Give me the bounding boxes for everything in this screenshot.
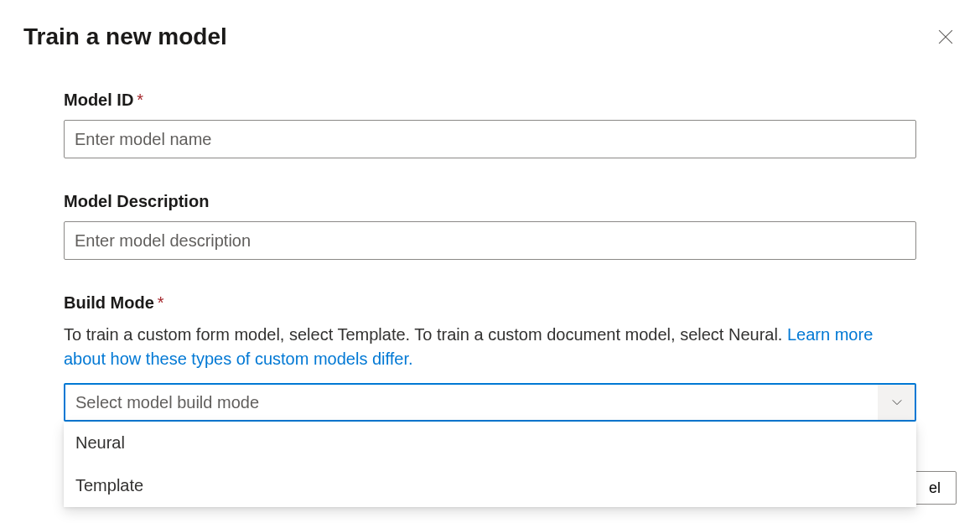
model-description-label-text: Model Description (64, 192, 209, 210)
model-id-label-text: Model ID (64, 91, 133, 109)
close-icon (938, 29, 953, 44)
build-mode-option-neural[interactable]: Neural (64, 422, 916, 464)
footer-button-partial[interactable]: el (913, 471, 957, 505)
build-mode-dropdown[interactable]: Select model build mode (64, 383, 916, 422)
model-id-group: Model ID* (64, 91, 916, 158)
close-button[interactable] (935, 26, 957, 48)
required-asterisk: * (158, 293, 164, 312)
build-mode-label: Build Mode* (64, 293, 916, 313)
build-mode-option-template[interactable]: Template (64, 464, 916, 507)
modal-title: Train a new model (23, 23, 227, 50)
modal-header: Train a new model (0, 0, 980, 50)
dropdown-caret-button[interactable] (878, 385, 915, 420)
model-description-group: Model Description (64, 192, 916, 260)
build-mode-helper: To train a custom form model, select Tem… (64, 323, 916, 371)
build-mode-dropdown-placeholder: Select model build mode (65, 393, 269, 412)
form-body: Model ID* Model Description Build Mode* … (0, 50, 980, 422)
model-description-label: Model Description (64, 192, 916, 211)
build-mode-label-text: Build Mode (64, 293, 154, 312)
build-mode-dropdown-wrap: Select model build mode Neural Template (64, 383, 916, 422)
footer-buttons: el (913, 471, 957, 505)
model-id-label: Model ID* (64, 91, 916, 110)
build-mode-helper-text: To train a custom form model, select Tem… (64, 325, 787, 344)
required-asterisk: * (137, 91, 143, 109)
model-description-input[interactable] (64, 221, 916, 260)
build-mode-dropdown-list: Neural Template (64, 422, 916, 507)
build-mode-group: Build Mode* To train a custom form model… (64, 293, 916, 422)
model-id-input[interactable] (64, 120, 916, 158)
chevron-down-icon (891, 396, 903, 408)
